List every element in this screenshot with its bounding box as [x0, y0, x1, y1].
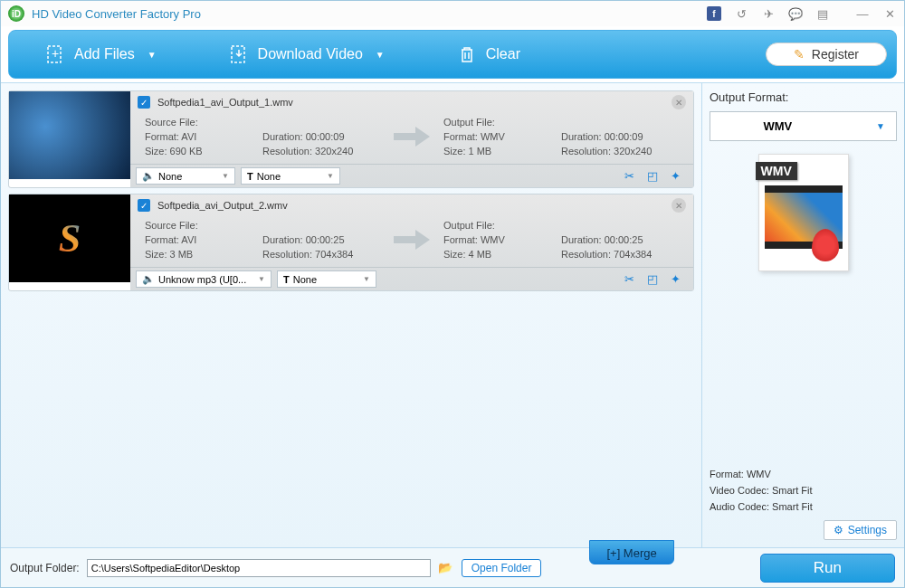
browse-folder-icon[interactable]: 📂 — [438, 561, 454, 574]
source-label: Source File: — [145, 218, 262, 232]
filename: Softpedia_avi_Output_2.wmv — [157, 200, 672, 211]
speaker-icon: 🔈 — [142, 273, 155, 285]
chevron-down-icon: ▼ — [222, 172, 229, 180]
audio-track-dropdown[interactable]: 🔈Unknow mp3 (U[0...▼ — [136, 270, 272, 288]
subtitle-dropdown[interactable]: T None▼ — [277, 270, 376, 288]
shuffle-icon[interactable]: ✂ — [624, 272, 634, 286]
chevron-down-icon: ▼ — [148, 50, 157, 60]
undo-icon[interactable]: ↺ — [734, 6, 748, 21]
open-folder-button[interactable]: Open Folder — [462, 559, 542, 577]
effects-icon[interactable]: ✦ — [671, 169, 681, 183]
source-label: Source File: — [145, 115, 262, 129]
thumbnail: S — [9, 194, 130, 282]
output-label: Output File: — [443, 115, 561, 129]
minimize-icon[interactable]: — — [855, 6, 870, 21]
format-preview-icon: WMV — [758, 154, 849, 271]
download-video-label: Download Video — [258, 46, 363, 62]
app-logo-icon: iD — [8, 5, 24, 22]
add-files-icon: + — [45, 44, 65, 64]
arrow-right-icon — [380, 218, 443, 261]
output-format-value: WMV — [763, 119, 792, 133]
crop-icon[interactable]: ◰ — [647, 272, 658, 286]
remove-item-icon[interactable]: ✕ — [672, 198, 686, 213]
thumbnail — [9, 91, 130, 179]
clear-button[interactable]: Clear — [430, 37, 548, 71]
merge-button[interactable]: [+] Merge — [589, 540, 673, 564]
item-meta: Source File: Format: AVI Size: 3 MB Dura… — [130, 216, 693, 267]
app-title: HD Video Converter Factory Pro — [32, 7, 707, 21]
chevron-down-icon: ▼ — [876, 121, 885, 131]
titlebar-icons: f ↺ ✈ 💬 ▤ — ✕ — [707, 6, 897, 21]
crop-icon[interactable]: ◰ — [647, 169, 658, 183]
chevron-down-icon: ▼ — [258, 275, 265, 283]
gear-icon: ⚙ — [834, 524, 843, 536]
speaker-icon: 🔈 — [142, 170, 155, 182]
subtitle-dropdown[interactable]: T None▼ — [241, 167, 340, 185]
checkbox[interactable]: ✓ — [138, 199, 150, 212]
list-item: S ✓ Softpedia_avi_Output_2.wmv ✕ Source … — [8, 194, 694, 291]
checkbox[interactable]: ✓ — [138, 96, 150, 109]
output-format-panel: Output Format: WMV ▼ WMV Format: WMV Vid… — [701, 83, 904, 547]
register-icon: ✎ — [794, 47, 805, 62]
add-files-button[interactable]: + Add Files ▼ — [18, 37, 184, 71]
svg-text:+: + — [52, 46, 59, 61]
item-meta: Source File: Format: AVI Size: 690 KB Du… — [130, 113, 693, 164]
main-area: ✓ Softpedia1_avi_Output_1.wmv ✕ Source F… — [1, 82, 904, 547]
list-item: ✓ Softpedia1_avi_Output_1.wmv ✕ Source F… — [8, 90, 694, 188]
codec-info: Format: WMV Video Codec: Smart Fit Audio… — [710, 460, 897, 520]
download-video-button[interactable]: Download Video ▼ — [202, 37, 412, 71]
remove-item-icon[interactable]: ✕ — [672, 95, 686, 109]
output-format-title: Output Format: — [710, 90, 897, 104]
run-button[interactable]: Run — [760, 554, 895, 583]
output-folder-input[interactable] — [87, 559, 431, 577]
main-toolbar: + Add Files ▼ Download Video ▼ Clear ✎ R… — [8, 30, 897, 79]
file-list: ✓ Softpedia1_avi_Output_1.wmv ✕ Source F… — [1, 83, 701, 547]
pin-icon[interactable]: ✈ — [761, 6, 776, 21]
arrow-right-icon — [380, 115, 443, 158]
clear-label: Clear — [486, 46, 520, 62]
close-icon[interactable]: ✕ — [882, 6, 897, 21]
settings-label: Settings — [848, 524, 887, 536]
register-label: Register — [812, 47, 859, 62]
trash-icon — [457, 44, 477, 64]
add-files-label: Add Files — [74, 46, 135, 62]
filename: Softpedia1_avi_Output_1.wmv — [157, 97, 672, 108]
chevron-down-icon: ▼ — [363, 275, 370, 283]
settings-button[interactable]: ⚙ Settings — [824, 520, 897, 540]
shuffle-icon[interactable]: ✂ — [624, 169, 634, 183]
effects-icon[interactable]: ✦ — [671, 272, 681, 286]
message-icon[interactable]: 💬 — [788, 6, 803, 21]
output-label: Output File: — [443, 218, 561, 232]
list-icon[interactable]: ▤ — [815, 6, 830, 21]
footer: Output Folder: 📂 Open Folder [+] Merge R… — [1, 547, 904, 587]
output-format-dropdown[interactable]: WMV ▼ — [710, 111, 897, 141]
titlebar: iD HD Video Converter Factory Pro f ↺ ✈ … — [1, 1, 904, 26]
register-button[interactable]: ✎ Register — [766, 43, 887, 66]
chevron-down-icon: ▼ — [327, 172, 334, 180]
audio-track-dropdown[interactable]: 🔈None▼ — [136, 167, 235, 185]
download-video-icon — [229, 44, 249, 64]
facebook-icon[interactable]: f — [707, 6, 721, 21]
output-folder-label: Output Folder: — [10, 562, 80, 574]
chevron-down-icon: ▼ — [376, 50, 385, 60]
